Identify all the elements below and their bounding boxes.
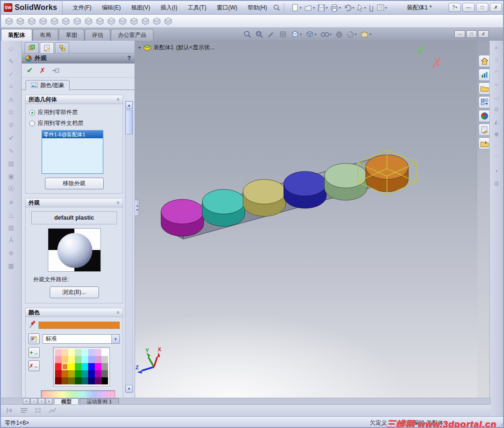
doc-minimize-button[interactable]: — bbox=[454, 30, 465, 38]
palette-swatch[interactable] bbox=[101, 370, 108, 377]
palette-swatch[interactable] bbox=[81, 370, 88, 377]
right-tool-icon[interactable]: ◡ bbox=[491, 92, 502, 102]
assembly-tool-icon[interactable] bbox=[15, 16, 26, 27]
menu-edit[interactable]: 编辑(E) bbox=[97, 2, 126, 13]
collapse-chevron-icon[interactable]: « bbox=[116, 201, 121, 204]
options-list-icon[interactable]: ▾ bbox=[376, 3, 388, 12]
panel-splitter-handle[interactable]: ◂◂ bbox=[135, 200, 139, 216]
palette-swatch[interactable] bbox=[62, 356, 68, 363]
palette-swatch[interactable] bbox=[81, 363, 88, 370]
new-document-icon[interactable]: ▾ bbox=[290, 3, 303, 13]
disc-blue[interactable] bbox=[284, 171, 326, 208]
zoom-area-icon[interactable] bbox=[254, 29, 264, 39]
assembly-tool-icon[interactable] bbox=[4, 16, 14, 27]
palette-swatch[interactable] bbox=[55, 370, 62, 377]
browse-button[interactable]: 浏览(B)... bbox=[50, 286, 99, 298]
menu-file[interactable]: 文件(F) bbox=[68, 2, 96, 13]
annotation-tool-icon[interactable]: ▨ bbox=[5, 222, 18, 233]
palette-swatch[interactable] bbox=[81, 349, 88, 356]
assembly-tool-icon[interactable] bbox=[38, 16, 48, 27]
menu-insert[interactable]: 插入(I) bbox=[156, 2, 182, 13]
confirm-cancel-icon[interactable]: ✗ bbox=[431, 55, 443, 71]
scroll-down-button[interactable]: ▼ bbox=[126, 385, 133, 392]
annotation-tool-icon[interactable]: A bbox=[5, 94, 18, 105]
palette-swatch[interactable] bbox=[55, 377, 62, 384]
annotation-tool-icon[interactable]: ø bbox=[5, 196, 18, 207]
print-icon[interactable]: ▾ bbox=[329, 3, 342, 13]
palette-swatch[interactable] bbox=[81, 377, 88, 384]
group-header[interactable]: 外观 « bbox=[26, 198, 123, 207]
apply-scene-icon[interactable]: ▾ bbox=[346, 30, 358, 39]
palette-swatch[interactable] bbox=[75, 356, 81, 363]
palette-swatch[interactable] bbox=[68, 349, 75, 356]
annotation-tool-icon[interactable]: ▣ bbox=[5, 170, 18, 182]
nav-prev-button[interactable]: ‹ bbox=[30, 398, 37, 404]
assembly-tool-icon[interactable] bbox=[163, 16, 173, 27]
palette-swatch[interactable] bbox=[88, 363, 95, 370]
help-button[interactable]: ?▾ bbox=[449, 3, 461, 12]
right-tool-icon[interactable]: ◌ bbox=[491, 141, 502, 152]
eyedropper-icon[interactable] bbox=[28, 320, 36, 330]
display-style-icon[interactable]: ▾ bbox=[305, 29, 317, 39]
menu-help[interactable]: 帮助(H) bbox=[243, 2, 272, 13]
save-icon[interactable]: ▾ bbox=[316, 3, 329, 13]
palette-swatch[interactable] bbox=[62, 377, 68, 384]
expand-icon[interactable]: + bbox=[138, 45, 141, 51]
palette-swatch[interactable] bbox=[62, 363, 68, 370]
open-document-icon[interactable]: ▾ bbox=[303, 3, 316, 13]
palette-swatch[interactable] bbox=[88, 377, 95, 384]
ok-button[interactable]: ✔ bbox=[27, 66, 33, 75]
panel-help-icon[interactable]: ? bbox=[127, 55, 131, 62]
pin-button[interactable] bbox=[52, 67, 61, 74]
property-manager-tab[interactable] bbox=[40, 42, 54, 53]
disc-green[interactable] bbox=[324, 163, 367, 200]
palette-swatch[interactable] bbox=[95, 356, 101, 363]
zoom-fit-icon[interactable] bbox=[243, 29, 252, 39]
search-icon[interactable] bbox=[272, 3, 281, 12]
palette-swatch[interactable] bbox=[55, 356, 62, 363]
palette-swatch[interactable] bbox=[95, 363, 101, 370]
annotation-tool-icon[interactable]: ⊕ bbox=[5, 247, 18, 259]
group-header[interactable]: 所选几何体 « bbox=[26, 95, 123, 104]
document-recovery-folder-icon[interactable] bbox=[478, 137, 491, 150]
panel-scrollbar[interactable]: ▲ ▼ bbox=[125, 101, 133, 393]
annotation-tool-icon[interactable]: ∿ bbox=[5, 145, 18, 156]
palette-swatch[interactable] bbox=[75, 363, 81, 370]
color-scheme-dropdown[interactable]: 标准 ▾ bbox=[43, 334, 120, 344]
palette-swatch[interactable] bbox=[68, 363, 75, 370]
right-tool-icon[interactable]: ◉ bbox=[491, 129, 502, 139]
select-cursor-icon[interactable]: ▾ bbox=[356, 3, 367, 13]
design-library-icon[interactable] bbox=[478, 69, 491, 81]
assembly-tool-icon[interactable] bbox=[152, 16, 162, 27]
right-tool-icon[interactable]: ◍ bbox=[491, 178, 502, 188]
palette-swatch[interactable] bbox=[62, 349, 68, 356]
flyout-feature-tree[interactable]: + 装配体1 (默认<显示状... bbox=[138, 44, 215, 52]
maximize-button[interactable]: □ bbox=[476, 3, 488, 12]
palette-swatch[interactable] bbox=[55, 349, 62, 356]
remove-appearance-button[interactable]: 移除外观 bbox=[45, 178, 104, 189]
disc-magenta[interactable] bbox=[161, 199, 204, 236]
right-tool-icon[interactable]: ⌒ bbox=[491, 153, 502, 164]
assembly-tool-icon[interactable] bbox=[72, 16, 82, 27]
annotation-tool-icon[interactable]: Å bbox=[5, 234, 18, 246]
selected-entities-list[interactable]: 零件1-6@装配体1 bbox=[42, 130, 103, 174]
section-view-icon[interactable] bbox=[278, 29, 288, 39]
palette-swatch[interactable] bbox=[68, 356, 75, 363]
confirm-ok-icon[interactable]: ✔ bbox=[415, 42, 427, 58]
view-orientation-icon[interactable]: ▾ bbox=[290, 29, 303, 39]
tab-layout[interactable]: 布局 bbox=[33, 29, 58, 41]
palette-swatch[interactable] bbox=[95, 349, 101, 356]
tab-assembly[interactable]: 装配体 bbox=[1, 29, 32, 41]
file-explorer-folder-icon[interactable] bbox=[478, 82, 491, 95]
current-color-swatch[interactable] bbox=[38, 321, 120, 329]
palette-swatch[interactable] bbox=[75, 377, 81, 384]
collapse-chevron-icon[interactable]: « bbox=[116, 98, 121, 101]
hue-spectrum-strip[interactable] bbox=[41, 390, 115, 398]
model-tab[interactable]: 模型 bbox=[54, 398, 79, 404]
edit-appearance-icon[interactable] bbox=[334, 30, 344, 39]
nav-last-button[interactable]: » bbox=[45, 398, 53, 404]
palette-swatch[interactable] bbox=[101, 377, 108, 384]
radio-selected-icon[interactable] bbox=[29, 110, 35, 116]
custom-properties-icon[interactable] bbox=[478, 124, 491, 136]
annotation-tool-icon[interactable]: ✎ bbox=[5, 55, 18, 67]
